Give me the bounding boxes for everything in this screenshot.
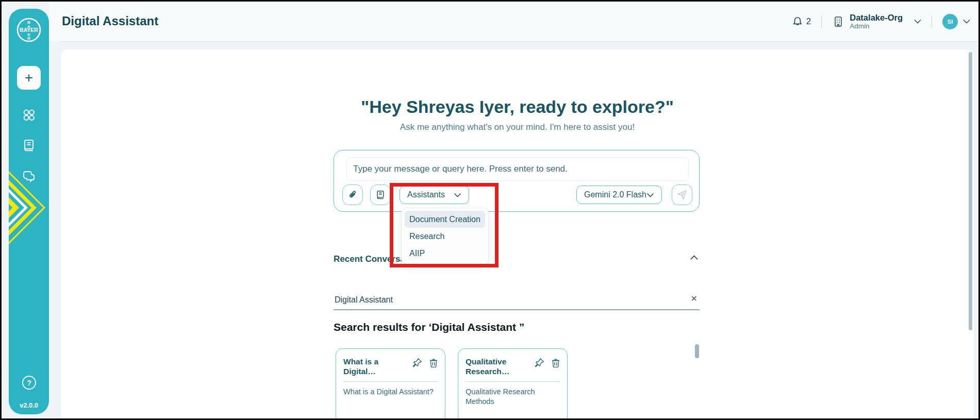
conversation-card[interactable]: What is a Digital… What is a Digital Ass… [336,348,445,420]
notification-count: 2 [806,16,811,27]
assistants-dropdown-label: Assistants [407,190,445,199]
clear-search-icon[interactable]: ✕ [691,294,697,304]
sidebar: BAYER B A E R + [9,9,49,414]
assistants-dropdown-menu: Document Creation Research AIIP [401,208,489,264]
chevron-down-icon [454,193,461,197]
page-title: Digital Assistant [62,14,158,28]
chevron-up-icon[interactable] [690,255,699,260]
message-composer: Assistants Gemini 2.0 Flash [334,150,700,212]
svg-text:A: A [27,24,30,29]
model-dropdown-label: Gemini 2.0 Flash [584,190,646,199]
app-version: v2.0.0 [9,401,49,409]
assistants-dropdown-button[interactable]: Assistants [400,186,469,204]
conversation-search: ✕ [334,292,700,310]
trash-icon[interactable] [551,358,560,367]
sidebar-item-apps[interactable] [9,108,49,124]
dropdown-option-document-creation[interactable]: Document Creation [405,211,485,228]
notifications-button[interactable]: 2 [792,16,811,27]
apps-grid-icon [22,108,36,122]
sidebar-item-conversations[interactable] [9,170,49,186]
svg-text:R: R [27,36,30,41]
help-icon[interactable]: ? [22,376,36,390]
avatar[interactable]: SI [942,14,958,29]
pin-icon[interactable] [412,358,422,367]
results-scrollbar[interactable] [695,344,699,358]
bell-icon [792,16,803,27]
main-content: "Hey Shreyas Iyer, ready to explore?" As… [61,49,974,420]
organization-icon [832,15,844,28]
greeting-heading: "Hey Shreyas Iyer, ready to explore?" [61,97,974,117]
send-button[interactable] [672,184,692,205]
dropdown-option-research[interactable]: Research [405,228,485,245]
conversation-preview: Qualitative Research Methods [466,387,560,407]
chevron-down-icon [963,19,970,24]
greeting-subtitle: Ask me anything what's on your mind. I'm… [61,122,974,132]
vertical-scrollbar[interactable] [969,52,972,330]
header-separator [932,15,932,28]
notebook-icon [376,190,386,200]
paperclip-icon [347,190,358,200]
card-divider [466,381,560,382]
send-plane-icon [676,189,688,200]
attach-file-button[interactable] [342,184,363,205]
conversation-title: What is a Digital… [343,357,403,377]
prompt-library-button[interactable] [370,184,391,205]
conversation-preview: What is a Digital Assistant? [343,387,438,397]
recent-conversations-section: Recent Conversations [334,254,700,267]
book-icon [22,139,36,152]
user-menu[interactable]: SI [942,14,970,29]
header-divider [61,41,978,42]
chevron-down-icon [914,19,921,24]
trash-icon[interactable] [429,358,438,367]
org-switcher[interactable]: Datalake-Org Admin [832,13,921,30]
org-role: Admin [850,22,903,30]
bayer-logo-icon: BAYER B A E R [16,17,42,43]
model-dropdown-button[interactable]: Gemini 2.0 Flash [576,186,662,204]
new-chat-button[interactable]: + [17,66,41,90]
pin-icon[interactable] [535,358,544,367]
header-separator [821,15,822,28]
search-results-heading: Search results for ‘Digital Assistant ” [334,321,524,333]
dropdown-option-aiip[interactable]: AIIP [405,245,485,262]
chat-bubbles-icon [22,170,36,184]
search-input[interactable] [335,293,670,307]
message-input[interactable] [346,157,689,181]
conversation-card[interactable]: Qualitative Research… Qualitative Resear… [458,348,568,420]
conversation-title: Qualitative Research… [466,357,525,377]
chevron-down-icon [646,193,654,197]
org-name: Datalake-Org [850,13,903,23]
header: Digital Assistant 2 Datalake-Org Admin [49,2,978,41]
card-divider [343,381,438,382]
sidebar-item-library[interactable] [9,139,49,154]
